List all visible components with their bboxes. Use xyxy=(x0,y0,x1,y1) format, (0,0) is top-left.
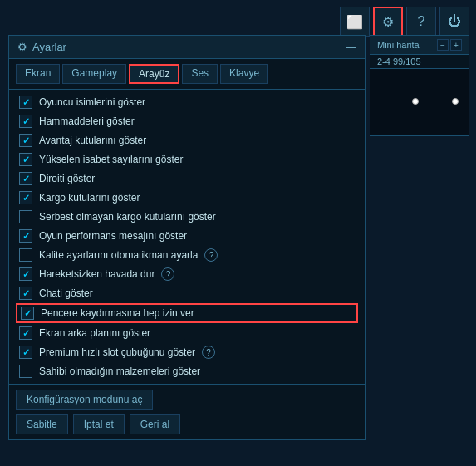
setting-item-pencere-kaydirma: Pencere kaydırmasına hep izin ver xyxy=(16,303,358,323)
setting-item-avantaj-kutulari: Avantaj kutularını göster xyxy=(16,131,358,150)
checkbox-serbest-kargo[interactable] xyxy=(19,210,32,223)
label-oyuncu-isimleri: Oyuncu isimlerini göster xyxy=(39,96,145,108)
config-mode-button[interactable]: Konfigürasyon modunu aç xyxy=(16,390,153,410)
setting-item-yukselen-isabet: Yükselen isabet sayılarını göster xyxy=(16,150,358,169)
help-button[interactable]: ? xyxy=(406,7,436,37)
label-premium-hizli: Premium hızlı slot çubuğunu göster xyxy=(39,346,195,358)
checkbox-sahibi-olmayan[interactable] xyxy=(19,365,32,378)
checkbox-ekran-arka-plani[interactable] xyxy=(19,326,32,340)
setting-item-serbest-kargo: Serbest olmayan kargo kutularını göster xyxy=(16,208,358,226)
checkbox-pencere-kaydirma[interactable] xyxy=(21,307,34,320)
panel-minimize-button[interactable]: — xyxy=(346,42,356,53)
checkbox-chati[interactable] xyxy=(19,287,32,300)
label-oyun-performans: Oyun performans mesajını göster xyxy=(39,230,187,242)
checkbox-yukselen-isabet[interactable] xyxy=(19,153,32,166)
bottom-btn-1[interactable]: İptal et xyxy=(73,414,125,434)
label-chati: Chati göster xyxy=(39,287,93,299)
minimap-info: 2-4 99/105 xyxy=(370,55,469,69)
label-avantaj-kutulari: Avantaj kutularını göster xyxy=(39,135,146,146)
label-yukselen-isabet: Yükselen isabet sayılarını göster xyxy=(39,154,183,165)
minimap-dot-center xyxy=(412,98,419,105)
bottom-btn-0[interactable]: Sabitle xyxy=(16,414,68,434)
tab-ses[interactable]: Ses xyxy=(182,64,218,84)
checkbox-hammaddeler[interactable] xyxy=(19,115,32,128)
panel-bottom: Konfigürasyon modunu aç Sabitleİptal etG… xyxy=(9,384,365,439)
checkbox-diroiti[interactable] xyxy=(19,172,32,185)
minimap-body xyxy=(370,69,469,135)
label-hammaddeler: Hammaddeleri göster xyxy=(39,115,135,127)
setting-item-diroiti: Diroiti göster xyxy=(16,169,358,188)
bottom-btn-2[interactable]: Geri al xyxy=(130,414,180,434)
setting-item-premium-hizli: Premium hızlı slot çubuğunu göster? xyxy=(16,343,358,361)
bottom-buttons: Sabitleİptal etGeri al xyxy=(16,414,358,434)
checkbox-kalite-ayarlar[interactable] xyxy=(19,248,32,262)
power-button[interactable]: ⏻ xyxy=(439,7,469,37)
label-kalite-ayarlar: Kalite ayarlarını otomatikman ayarla xyxy=(39,249,198,261)
label-sahibi-olmayan: Sahibi olmadığın malzemeleri göster xyxy=(39,365,200,377)
setting-item-oyun-performans: Oyun performans mesajını göster xyxy=(16,227,358,245)
checkbox-avantaj-kutulari[interactable] xyxy=(19,134,32,147)
minimap-panel: Mini harita − + 2-4 99/105 xyxy=(370,35,469,136)
panel-header: ⚙ Ayarlar — xyxy=(9,36,365,59)
panel-title: ⚙ Ayarlar xyxy=(17,41,66,53)
minimap-plus-button[interactable]: + xyxy=(450,39,462,51)
tab-arayuz[interactable]: Arayüz xyxy=(129,64,179,84)
settings-list: Oyuncu isimlerini gösterHammaddeleri gös… xyxy=(9,90,365,384)
minimap-title: Mini harita xyxy=(377,40,420,50)
top-button-group: ⬜ ⚙ ? ⏻ xyxy=(340,7,469,37)
gear-icon: ⚙ xyxy=(17,41,27,53)
settings-panel: ⚙ Ayarlar — EkranGameplayArayüzSesKlavye… xyxy=(8,35,366,440)
help-icon-premium-hizli[interactable]: ? xyxy=(202,346,215,359)
checkbox-oyuncu-isimleri[interactable] xyxy=(19,96,32,109)
setting-item-kargo-kutulari: Kargo kutularını göster xyxy=(16,189,358,207)
minimap-minus-button[interactable]: − xyxy=(437,39,449,51)
label-hareketsizken: Hareketsizken havada dur xyxy=(39,268,155,280)
screenshot-button[interactable]: ⬜ xyxy=(340,7,370,37)
label-pencere-kaydirma: Pencere kaydırmasına hep izin ver xyxy=(41,307,194,319)
label-diroiti: Diroiti göster xyxy=(39,173,95,184)
label-ekran-arka-plani: Ekran arka planını göster xyxy=(39,327,150,339)
minimap-header-buttons: − + xyxy=(437,39,462,51)
minimap-header: Mini harita − + xyxy=(370,36,469,55)
tab-klavye[interactable]: Klavye xyxy=(220,64,268,84)
setting-item-chati: Chati göster xyxy=(16,284,358,302)
minimap-dot-right xyxy=(452,98,459,105)
tab-ekran[interactable]: Ekran xyxy=(16,64,60,84)
help-icon-kalite-ayarlar[interactable]: ? xyxy=(204,248,218,262)
setting-item-ekran-arka-plani: Ekran arka planını göster xyxy=(16,324,358,342)
setting-item-oyuncu-isimleri: Oyuncu isimlerini göster xyxy=(16,93,358,111)
panel-title-text: Ayarlar xyxy=(32,41,66,53)
setting-item-sahibi-olmayan: Sahibi olmadığın malzemeleri göster xyxy=(16,362,358,380)
setting-item-hammaddeler: Hammaddeleri göster xyxy=(16,112,358,130)
checkbox-kargo-kutulari[interactable] xyxy=(19,191,32,204)
checkbox-hareketsizken[interactable] xyxy=(19,267,32,281)
setting-item-kalite-ayarlar: Kalite ayarlarını otomatikman ayarla? xyxy=(16,246,358,264)
label-kargo-kutulari: Kargo kutularını göster xyxy=(39,192,140,204)
help-icon-hareketsizken[interactable]: ? xyxy=(161,267,174,281)
label-serbest-kargo: Serbest olmayan kargo kutularını göster xyxy=(39,211,216,223)
checkbox-premium-hizli[interactable] xyxy=(19,346,32,359)
tab-gameplay[interactable]: Gameplay xyxy=(62,64,126,84)
settings-button[interactable]: ⚙ xyxy=(373,7,403,37)
tabs-row: EkranGameplayArayüzSesKlavye xyxy=(9,59,365,90)
setting-item-hareketsizken: Hareketsizken havada dur? xyxy=(16,265,358,283)
checkbox-oyun-performans[interactable] xyxy=(19,229,32,243)
